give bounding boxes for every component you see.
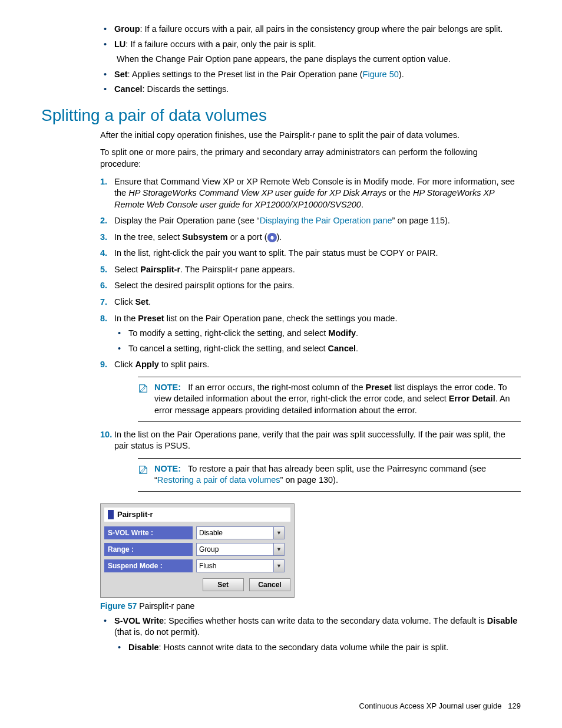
text: In the tree, select	[114, 232, 182, 242]
port-icon	[267, 233, 277, 242]
range-field: Group ▼	[193, 543, 290, 556]
paragraph: After the initial copy operation finishe…	[100, 130, 521, 141]
sub-cancel: To cancel a setting, right-click the set…	[114, 343, 521, 355]
text: . The Pairsplit-r pane appears.	[180, 265, 295, 274]
range-select[interactable]: Group ▼	[196, 543, 285, 556]
note-icon	[138, 465, 148, 475]
intro-bullets: Set: Applies settings to the Preset list…	[100, 69, 521, 95]
suspend-mode-select[interactable]: Flush ▼	[196, 559, 285, 572]
doc-title: HP StorageWorks Command View XP user gui…	[128, 188, 386, 197]
row-range: Range : Group ▼	[104, 543, 290, 556]
note-icon	[138, 383, 148, 394]
note-2: NOTE: To restore a pair that has already…	[138, 458, 521, 492]
suspend-mode-field: Flush ▼	[193, 559, 290, 572]
document-page: Group: If a failure occurs with a pair, …	[0, 0, 562, 728]
section-heading: Splitting a pair of data volumes	[41, 106, 521, 125]
step-5: Select Pairsplit-r. The Pairsplit-r pane…	[100, 264, 521, 276]
label: S-VOL Write	[114, 616, 164, 625]
step-8: In the Preset list on the Pair Operation…	[100, 313, 521, 355]
cancel-button[interactable]: Cancel	[249, 578, 290, 591]
text: Display the Pair Operation pane (see “	[114, 216, 260, 225]
svol-write-field: Disable ▼	[193, 526, 290, 539]
preset-bold: Preset	[366, 383, 392, 392]
sub-disable: Disable: Hosts cannot write data to the …	[114, 642, 521, 654]
text: In the list on the Pair Operations pane,…	[114, 430, 505, 451]
chevron-down-icon: ▼	[273, 527, 284, 539]
restoring-link[interactable]: Restoring a pair of data volumes	[157, 475, 280, 485]
modify-label: Modify	[328, 328, 356, 338]
text: To cancel a setting, right-click the set…	[128, 344, 328, 353]
footer-title: Continuous Access XP Journal user guide	[359, 701, 502, 710]
note-label: NOTE:	[154, 464, 181, 473]
pair-op-link[interactable]: Displaying the Pair Operation pane	[260, 216, 392, 225]
text: or a port (	[228, 232, 267, 242]
disable-bold: Disable	[487, 616, 518, 625]
text: Click	[114, 297, 135, 307]
content-column: Group: If a failure occurs with a pair, …	[100, 24, 521, 653]
post-figure-bullets: S-VOL Write: Specifies whether hosts can…	[100, 615, 521, 654]
text: ).	[277, 232, 282, 242]
step-8-subbullets: To modify a setting, right-click the set…	[114, 328, 521, 354]
row-svol-write: S-VOL Write : Disable ▼	[104, 526, 290, 539]
select-value: Flush	[199, 562, 216, 570]
text: If an error occurs, the right-most colum…	[188, 383, 365, 392]
svol-subbullets: Disable: Hosts cannot write data to the …	[114, 642, 521, 654]
text: .	[356, 344, 358, 353]
text: Select	[114, 265, 140, 274]
text: To modify a setting, right-click the set…	[128, 328, 328, 338]
text: : Hosts cannot write data to the seconda…	[159, 643, 449, 652]
note-body: NOTE: If an error occurs, the right-most…	[154, 382, 521, 417]
step-1: Ensure that Command View XP or XP Remote…	[100, 176, 521, 211]
figure-57: Pairsplit-r S-VOL Write : Disable ▼ Rang…	[100, 503, 521, 611]
text: : Specifies whether hosts can write data…	[164, 616, 487, 625]
bullet-svol-write: S-VOL Write: Specifies whether hosts can…	[100, 615, 521, 654]
title-accent-bar	[108, 510, 114, 519]
bullet-lu: LU: If a failure occurs with a pair, onl…	[100, 39, 521, 51]
step-7: Click Set.	[100, 297, 521, 308]
page-footer: Continuous Access XP Journal user guide …	[359, 701, 521, 710]
text: .	[356, 328, 358, 338]
figure-caption: Figure 57 Pairsplit-r pane	[100, 601, 521, 611]
step-9: Click Apply to split pairs. NOTE: If an …	[100, 359, 521, 421]
step-3: In the tree, select Subsystem or a port …	[100, 232, 521, 243]
label: Disable	[128, 643, 159, 652]
chevron-down-icon: ▼	[273, 543, 284, 555]
step-6: Select the desired pairsplit options for…	[100, 280, 521, 292]
figure-title: Pairsplit-r pane	[137, 601, 194, 611]
set-label: Set	[135, 297, 148, 307]
text: In the	[114, 314, 138, 323]
chevron-down-icon: ▼	[273, 560, 284, 572]
panel-buttons: Set Cancel	[104, 576, 290, 591]
label: Cancel	[114, 84, 143, 94]
figure-50-link[interactable]: Figure 50	[363, 70, 399, 79]
pairsplit-panel: Pairsplit-r S-VOL Write : Disable ▼ Rang…	[100, 503, 295, 598]
figure-number: Figure 57	[100, 601, 137, 611]
select-value: Group	[199, 545, 219, 554]
set-button[interactable]: Set	[203, 578, 244, 591]
select-value: Disable	[199, 529, 223, 537]
text: Click	[114, 360, 135, 369]
suspend-mode-label: Suspend Mode :	[104, 559, 193, 572]
label: LU	[114, 39, 125, 49]
panel-title-text: Pairsplit-r	[117, 510, 153, 519]
text: : If a failure occurs with a pair, only …	[125, 39, 316, 49]
text: .	[148, 297, 151, 307]
text: .	[361, 200, 363, 209]
text: ” on page 130).	[280, 475, 338, 485]
subsystem-label: Subsystem	[182, 232, 227, 242]
note-1: NOTE: If an error occurs, the right-most…	[138, 377, 521, 422]
bullet-set: Set: Applies settings to the Preset list…	[100, 69, 521, 81]
error-detail-bold: Error Detail	[449, 394, 495, 403]
text: or the	[386, 188, 413, 197]
label: Group	[114, 24, 140, 34]
step-4: In the list, right-click the pair you wa…	[100, 248, 521, 259]
label: Set	[114, 70, 128, 79]
when-text: When the Change Pair Option pane appears…	[117, 54, 521, 65]
panel-title: Pairsplit-r	[104, 508, 290, 522]
svol-write-label: S-VOL Write :	[104, 526, 193, 539]
svol-write-select[interactable]: Disable ▼	[196, 526, 285, 539]
note-body: NOTE: To restore a pair that has already…	[154, 463, 521, 486]
apply-label: Apply	[135, 360, 158, 369]
page-number: 129	[508, 701, 521, 710]
range-label: Range :	[104, 543, 193, 556]
